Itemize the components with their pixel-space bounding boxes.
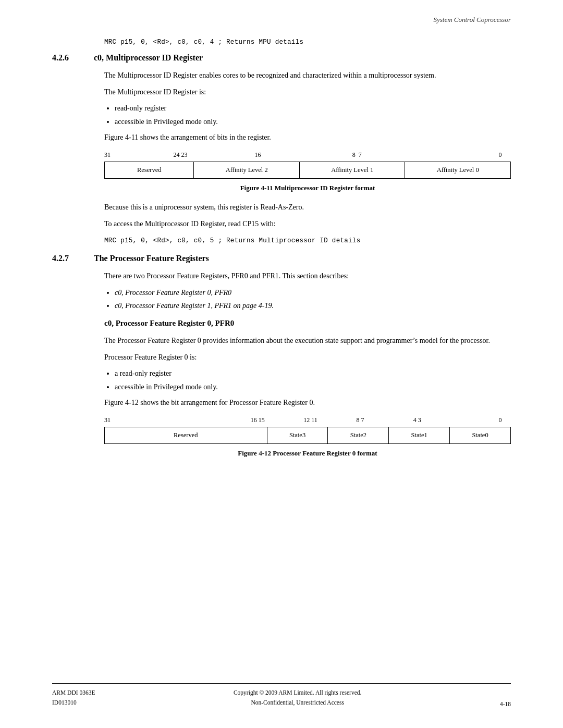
- footer-access: Non-Confidential, Unrestricted Access: [234, 698, 361, 707]
- footer-left: ARM DDI 0363E ID013010: [52, 688, 95, 707]
- cell-state0: State0: [450, 427, 511, 444]
- header-title: System Control Coprocessor: [433, 16, 511, 23]
- section-426-title: c0, Multiprocessor ID Register: [94, 53, 511, 63]
- cell-reserved-pfr: Reserved: [105, 427, 267, 444]
- register-cells-4-11: Reserved Affinity Level 2 Affinity Level…: [104, 162, 511, 179]
- bit-label-31-pfr: 31: [104, 416, 111, 424]
- section-426-para5: To access the Multiprocessor ID Register…: [104, 218, 511, 230]
- section-427-number: 4.2.7: [52, 254, 94, 263]
- section-426-bullets: read-only register accessible in Privile…: [115, 103, 511, 127]
- bullet-pfr0-privileged: accessible in Privileged mode only.: [115, 381, 511, 393]
- bit-label-1615: 16 15: [251, 416, 265, 424]
- figure-4-11: 31 24 23 16 8 7 0 Reserved Affinity Leve…: [104, 151, 511, 179]
- cell-state2: State2: [328, 427, 389, 444]
- bit-label-43: 4 3: [413, 416, 421, 424]
- footer-doc-id2: ID013010: [52, 698, 95, 707]
- bullet-item: read-only register: [115, 103, 511, 114]
- bit-labels-4-11: 31 24 23 16 8 7 0: [104, 151, 511, 161]
- section-427-title: The Processor Feature Registers: [94, 254, 511, 263]
- bit-labels-4-12: 31 16 15 12 11 8 7 4 3 0: [104, 416, 511, 426]
- register-cells-4-12: Reserved State3 State2 State1 State0: [104, 427, 511, 444]
- page-footer: ARM DDI 0363E ID013010 Copyright © 2009 …: [52, 683, 511, 707]
- section-426-para4: Because this is a uniprocessor system, t…: [104, 202, 511, 213]
- subsection-pfr0-bullets: a read-only register accessible in Privi…: [115, 368, 511, 392]
- cell-state3: State3: [267, 427, 328, 444]
- section-427-header: 4.2.7 The Processor Feature Registers: [52, 254, 511, 263]
- cell-affinity-level-0: Affinity Level 0: [405, 162, 511, 179]
- section-426-header: 4.2.6 c0, Multiprocessor ID Register: [52, 53, 511, 63]
- cell-state1: State1: [389, 427, 450, 444]
- header-right: System Control Coprocessor: [433, 16, 511, 24]
- section-426-para1: The Multiprocessor ID Register enables c…: [104, 70, 511, 81]
- top-code-block: MRC p15, 0, <Rd>, c0, c0, 4 ; Returns MP…: [104, 39, 511, 46]
- cell-reserved: Reserved: [105, 162, 194, 179]
- bit-label-31: 31: [104, 151, 111, 159]
- section-426-number: 4.2.6: [52, 53, 94, 63]
- bullet-pfr0-readonly: a read-only register: [115, 368, 511, 379]
- subsection-pfr0-title: c0, Processor Feature Register 0, PFR0: [104, 319, 511, 328]
- footer-page-number: 4-18: [500, 701, 511, 707]
- footer-copyright: Copyright © 2009 ARM Limited. All rights…: [234, 688, 361, 697]
- bit-label-1211: 12 11: [303, 416, 317, 424]
- bullet-item-pfr0: c0, Processor Feature Register 0, PFR0: [115, 287, 511, 299]
- cell-affinity-level-2: Affinity Level 2: [194, 162, 300, 179]
- bit-label-0: 0: [499, 151, 502, 159]
- bit-label-87: 8 7: [352, 151, 362, 159]
- bit-label-16: 16: [255, 151, 261, 159]
- section-427-para1: There are two Processor Feature Register…: [104, 270, 511, 282]
- bit-label-2423: 24 23: [174, 151, 188, 159]
- section-427-body: There are two Processor Feature Register…: [104, 270, 511, 458]
- footer-center: Copyright © 2009 ARM Limited. All rights…: [234, 688, 361, 707]
- subsection-pfr0-para2: Processor Feature Register 0 is:: [104, 352, 511, 363]
- section-426-body: The Multiprocessor ID Register enables c…: [104, 70, 511, 230]
- bit-label-87-pfr: 8 7: [357, 416, 364, 424]
- section-426-para2: The Multiprocessor ID Register is:: [104, 87, 511, 98]
- bit-label-0-pfr: 0: [499, 416, 502, 424]
- page: System Control Coprocessor MRC p15, 0, <…: [0, 0, 563, 728]
- footer-doc-id: ARM DDI 0363E: [52, 688, 95, 697]
- bullet-item: accessible in Privileged mode only.: [115, 116, 511, 128]
- figure-4-12: 31 16 15 12 11 8 7 4 3 0 Reserved State3…: [104, 416, 511, 444]
- cell-affinity-level-1: Affinity Level 1: [300, 162, 406, 179]
- subsection-pfr0-para3: Figure 4-12 shows the bit arrangement fo…: [104, 397, 511, 409]
- figure-4-11-caption: Figure 4-11 Multiprocessor ID Register f…: [104, 184, 511, 192]
- bullet-item-pfr1: c0, Processor Feature Register 1, PFR1 o…: [115, 300, 511, 312]
- section-426-para3: Figure 4-11 shows the arrangement of bit…: [104, 132, 511, 143]
- figure-4-12-caption: Figure 4-12 Processor Feature Register 0…: [104, 449, 511, 458]
- subsection-pfr0-para1: The Processor Feature Register 0 provide…: [104, 335, 511, 347]
- section-427-bullets: c0, Processor Feature Register 0, PFR0 c…: [115, 287, 511, 312]
- section-426-code2: MRC p15, 0, <Rd>, c0, c0, 5 ; Returns Mu…: [104, 237, 511, 244]
